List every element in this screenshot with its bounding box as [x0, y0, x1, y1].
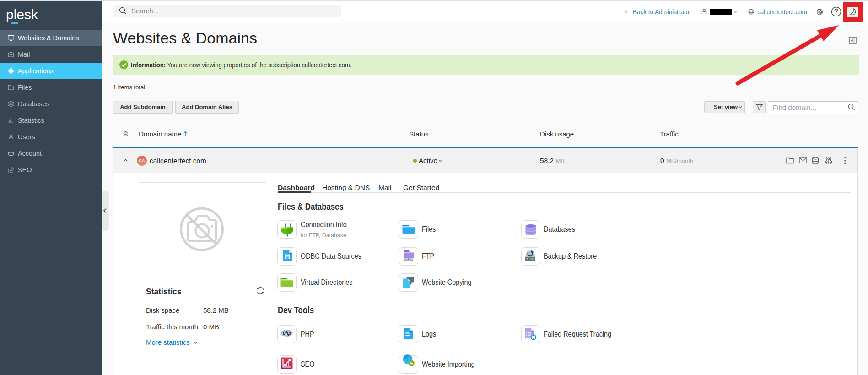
svg-text:php: php [282, 331, 291, 336]
